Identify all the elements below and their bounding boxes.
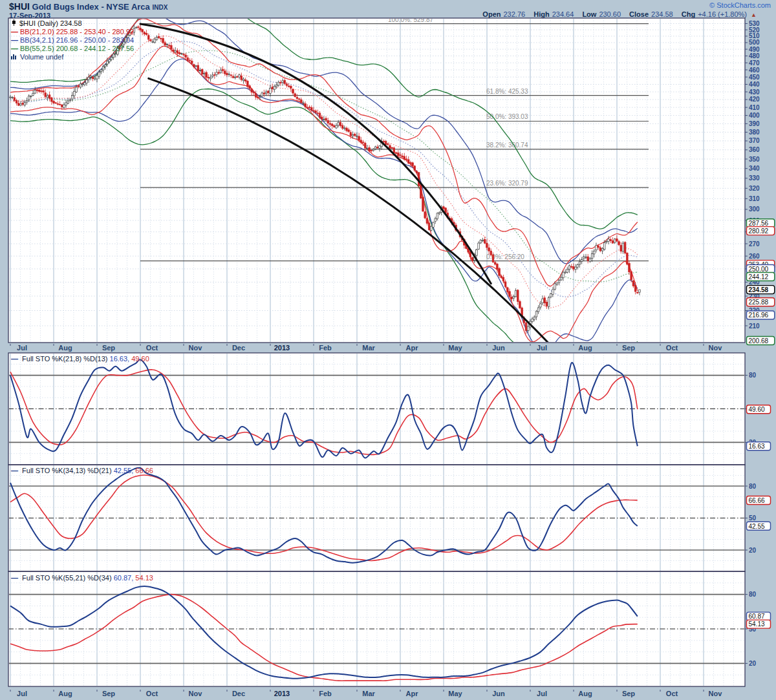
stoch1-line-icon: —: [11, 355, 18, 363]
panel-background: [8, 18, 745, 343]
svg-text:270: 270: [749, 240, 760, 248]
svg-text:60.87: 60.87: [749, 613, 765, 620]
stockcharts-page: { "header": { "symbol": "$HUI", "name": …: [0, 0, 776, 700]
stoch3-legend: — Full STO %K(55,21) %D(34) 60.87, 54.13: [11, 574, 153, 582]
svg-text:100.0%: 529.87: 100.0%: 529.87: [388, 16, 433, 23]
svg-text:280.92: 280.92: [749, 228, 769, 235]
svg-text:470: 470: [749, 59, 760, 67]
svg-text:380: 380: [749, 129, 760, 136]
svg-text:Dec: Dec: [232, 690, 245, 697]
svg-text:2013: 2013: [274, 344, 290, 352]
svg-text:370: 370: [749, 137, 760, 144]
svg-text:210: 210: [749, 323, 760, 330]
svg-text:Mar: Mar: [362, 690, 375, 697]
svg-text:Nov: Nov: [189, 344, 203, 352]
stoch3-k-value: 60.87,: [114, 574, 134, 582]
bb55-line-icon: —: [11, 45, 18, 53]
main-chart-legend: $HUI (Daily) 234.58 —BB(21,2.0) 225.88 -…: [11, 19, 134, 61]
svg-text:May: May: [448, 344, 462, 352]
svg-text:80: 80: [749, 372, 757, 379]
stoch1-legend: — Full STO %K(21,8) %D(13) 16.63, 49.60: [11, 355, 149, 363]
svg-text:234.58: 234.58: [749, 286, 769, 293]
svg-text:Nov: Nov: [189, 690, 203, 697]
volume-legend-label: Volume undef: [20, 53, 63, 61]
svg-text:Feb: Feb: [319, 344, 332, 352]
svg-text:54.13: 54.13: [749, 620, 765, 628]
bb34-line-icon: —: [11, 36, 18, 45]
svg-text:216.96: 216.96: [749, 312, 769, 319]
svg-text:350: 350: [749, 156, 760, 163]
svg-text:260: 260: [749, 253, 760, 260]
svg-text:Sep: Sep: [102, 690, 115, 697]
svg-text:480: 480: [749, 52, 760, 59]
chart-canvas: 100.0%: 529.8761.8%: 425.3350.0%: 393.03…: [0, 0, 776, 700]
svg-text:80: 80: [749, 483, 757, 490]
svg-text:Aug: Aug: [58, 690, 72, 697]
svg-text:410: 410: [749, 104, 760, 111]
series-legend-label: $HUI (Daily) 234.58: [19, 19, 82, 28]
svg-text:360: 360: [749, 146, 760, 153]
candlestick-icon: [11, 19, 17, 28]
stoch1-k-value: 16.63,: [110, 355, 130, 363]
svg-text:450: 450: [749, 74, 760, 81]
stoch3-line-icon: —: [11, 574, 18, 582]
stoch2-k-value: 42.55,: [114, 467, 134, 474]
svg-text:440: 440: [749, 81, 760, 88]
svg-text:Mar: Mar: [362, 344, 375, 352]
svg-text:Apr: Apr: [406, 690, 419, 697]
svg-text:490: 490: [749, 46, 760, 53]
svg-text:Jun: Jun: [492, 344, 505, 352]
svg-text:287.56: 287.56: [749, 220, 769, 227]
svg-text:23.6%: 320.79: 23.6%: 320.79: [486, 180, 528, 187]
bb34-legend-label: BB(34,2.1) 216.96 - 250.00 - 283.04: [20, 36, 134, 45]
svg-text:340: 340: [749, 165, 760, 172]
svg-text:80: 80: [749, 591, 757, 598]
svg-text:16.63: 16.63: [749, 443, 765, 450]
svg-text:Sep: Sep: [102, 344, 115, 352]
svg-text:Jul: Jul: [17, 344, 27, 352]
svg-text:Feb: Feb: [319, 690, 332, 697]
svg-text:Nov: Nov: [709, 690, 723, 697]
svg-text:20: 20: [749, 660, 757, 667]
stoch2-line-icon: —: [11, 467, 18, 474]
svg-text:250.00: 250.00: [749, 266, 769, 273]
bb55-legend-label: BB(55,2.5) 200.68 - 244.12 - 287.56: [20, 45, 134, 53]
svg-text:200.68: 200.68: [749, 337, 769, 345]
svg-text:Aug: Aug: [58, 344, 72, 352]
svg-text:Nov: Nov: [709, 344, 723, 352]
svg-text:49.60: 49.60: [749, 406, 765, 413]
svg-text:Oct: Oct: [146, 690, 158, 697]
svg-text:310: 310: [749, 195, 760, 202]
svg-text:Jun: Jun: [492, 690, 505, 697]
svg-text:Jul: Jul: [537, 690, 547, 697]
svg-text:38.2%: 360.74: 38.2%: 360.74: [486, 142, 528, 149]
price-axis: 5305205105004904804704604504404304204104…: [745, 20, 775, 667]
svg-text:Sep: Sep: [622, 344, 635, 352]
stoch1-d-value: 49.60: [131, 355, 149, 363]
svg-text:Jul: Jul: [17, 690, 27, 697]
svg-text:61.8%: 425.33: 61.8%: 425.33: [486, 88, 528, 95]
svg-text:Apr: Apr: [406, 344, 419, 352]
volume-bars-icon: [11, 53, 17, 61]
svg-text:Oct: Oct: [666, 690, 678, 697]
svg-text:430: 430: [749, 89, 760, 96]
stoch3-d-value: 54.13: [135, 574, 153, 582]
svg-text:460: 460: [749, 67, 760, 74]
svg-text:Oct: Oct: [146, 344, 158, 352]
svg-text:Oct: Oct: [666, 344, 678, 352]
svg-text:420: 420: [749, 96, 760, 103]
svg-text:May: May: [448, 690, 462, 697]
svg-text:244.12: 244.12: [749, 273, 769, 281]
svg-text:50: 50: [749, 514, 757, 522]
stoch1-legend-label: Full STO %K(21,8) %D(13): [22, 355, 107, 363]
bb21-line-icon: —: [11, 28, 18, 36]
bb21-legend-label: BB(21,2.0) 225.88 - 253.40 - 280.92: [20, 28, 134, 36]
stoch3-legend-label: Full STO %K(55,21) %D(34): [22, 574, 112, 582]
svg-text:Sep: Sep: [622, 690, 635, 697]
svg-text:66.66: 66.66: [749, 497, 765, 504]
svg-text:Jul: Jul: [537, 344, 547, 352]
svg-text:300: 300: [749, 206, 760, 213]
svg-text:Aug: Aug: [578, 344, 592, 352]
svg-text:42.55: 42.55: [749, 523, 765, 530]
svg-text:20: 20: [749, 547, 757, 554]
